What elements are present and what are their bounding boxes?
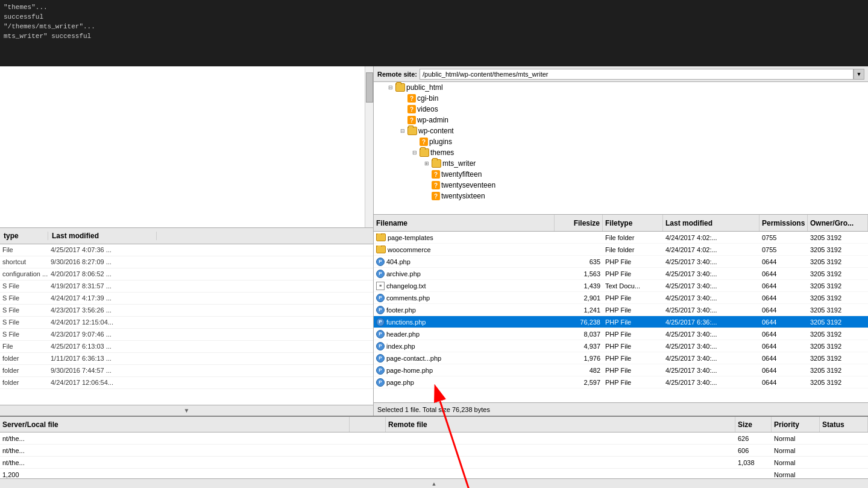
left-type-col: File: [2, 343, 51, 350]
tree-node-wp-admin[interactable]: ?wp-admin: [374, 115, 868, 125]
col-owner[interactable]: Owner/Gro...: [808, 215, 868, 231]
php-file-icon: P: [376, 270, 385, 278]
file-lastmod-cell: 4/25/2017 3:40:...: [663, 331, 760, 338]
remote-site-path-input[interactable]: [420, 69, 854, 80]
file-type-cell: File folder: [603, 246, 663, 253]
file-type-cell: PHP File: [603, 331, 663, 338]
left-file-row[interactable]: configuration ...4/20/2017 8:06:52 ...: [0, 268, 373, 280]
left-file-row[interactable]: S File4/19/2017 8:31:57 ...: [0, 280, 373, 293]
tree-node-label: twentyfifteen: [441, 170, 482, 179]
tree-node-videos[interactable]: ?videos: [374, 104, 868, 115]
tree-node-twentyfifteen[interactable]: ?twentyfifteen: [374, 169, 868, 180]
file-name-cell: Ppage.php: [374, 378, 555, 387]
right-file-row[interactable]: woocommerceFile folder4/24/2017 4:02:...…: [374, 244, 868, 256]
left-file-row[interactable]: S File4/23/2017 9:07:46 ...: [0, 329, 373, 341]
right-file-area: page-templatesFile folder4/24/2017 4:02:…: [374, 232, 868, 416]
right-file-row[interactable]: Pheader.php8,037PHP File4/25/2017 3:40:.…: [374, 328, 868, 340]
right-file-row[interactable]: Ppage.php2,597PHP File4/25/2017 3:40:...…: [374, 376, 868, 388]
tree-node-twentysixteen[interactable]: ?twentysixteen: [374, 191, 868, 201]
file-name-label: page.php: [386, 379, 414, 386]
left-file-row[interactable]: S File4/23/2017 3:56:26 ...: [0, 305, 373, 317]
left-file-row[interactable]: folder9/30/2016 7:44:57 ...: [0, 365, 373, 377]
left-type-col: S File: [2, 294, 51, 302]
left-file-row[interactable]: shortcut9/30/2016 8:27:09 ...: [0, 256, 373, 268]
queue-size-val: 606: [735, 447, 772, 454]
col-perms[interactable]: Permissions: [760, 215, 808, 231]
file-type-cell: PHP File: [603, 343, 663, 350]
left-col-lastmod[interactable]: Last modified: [48, 232, 157, 240]
col-filesize[interactable]: Filesize: [555, 215, 603, 231]
right-file-row[interactable]: Ppage-home.php482PHP File4/25/2017 3:40:…: [374, 364, 868, 376]
file-perms-cell: 0644: [760, 270, 808, 277]
left-type-col: folder: [2, 367, 51, 374]
queue-local-val: nt/the...: [0, 459, 350, 466]
file-owner-cell: 3205 3192: [808, 246, 868, 253]
queue-col-priority: Priority: [772, 417, 820, 432]
col-lastmod[interactable]: Last modified: [663, 215, 760, 231]
left-file-row[interactable]: S File4/24/2017 12:15:04...: [0, 317, 373, 329]
tree-expand-icon[interactable]: ⊟: [386, 83, 395, 92]
tree-node-public_html[interactable]: ⊟public_html: [374, 82, 868, 93]
queue-col-server: Server/Local file: [0, 417, 350, 432]
tree-expand-icon[interactable]: ⊞: [422, 159, 432, 168]
left-file-row[interactable]: File4/25/2017 4:07:36 ...: [0, 244, 373, 256]
app-container: "themes"... successful "/themes/mts_writ…: [0, 0, 868, 488]
tree-node-cgi-bin[interactable]: ?cgi-bin: [374, 93, 868, 104]
file-size-cell: 2,597: [555, 379, 603, 386]
file-name-cell: Pfooter.php: [374, 306, 555, 314]
tree-node-plugins[interactable]: ?plugins: [374, 136, 868, 147]
right-file-row[interactable]: page-templatesFile folder4/24/2017 4:02:…: [374, 232, 868, 244]
right-status-bar: Selected 1 file. Total size 76,238 bytes: [374, 402, 868, 416]
file-type-cell: PHP File: [603, 294, 663, 302]
left-file-row[interactable]: folder1/11/2017 6:36:13 ...: [0, 353, 373, 365]
log-line-4: mts_writer" successful: [4, 31, 864, 41]
queue-row[interactable]: nt/the...1,038Normal: [0, 457, 868, 469]
right-file-row[interactable]: P404.php635PHP File4/25/2017 3:40:...064…: [374, 256, 868, 268]
question-icon: ?: [420, 138, 428, 146]
log-area: "themes"... successful "/themes/mts_writ…: [0, 0, 868, 66]
left-date-col: 4/19/2017 8:31:57 ...: [51, 282, 159, 290]
right-file-row[interactable]: Parchive.php1,563PHP File4/25/2017 3:40:…: [374, 268, 868, 280]
tree-expand-icon[interactable]: ⊟: [398, 126, 407, 136]
left-scrollbar-thumb[interactable]: [366, 72, 373, 103]
left-col-type[interactable]: type: [0, 232, 48, 240]
right-file-row[interactable]: ≡changelog.txt1,439Text Docu...4/25/2017…: [374, 280, 868, 292]
left-file-row[interactable]: File4/25/2017 6:13:03 ...: [0, 341, 373, 353]
queue-local-val: 1,200: [0, 471, 350, 478]
tree-node-wp-content[interactable]: ⊟wp-content: [374, 125, 868, 136]
left-date-col: 9/30/2016 8:27:09 ...: [51, 258, 159, 265]
right-file-row[interactable]: Ppage-contact...php1,976PHP File4/25/201…: [374, 352, 868, 364]
left-type-col: configuration ...: [2, 270, 51, 277]
file-name-label: archive.php: [386, 270, 421, 277]
right-file-row[interactable]: Pindex.php4,937PHP File4/25/2017 3:40:..…: [374, 340, 868, 352]
right-file-row[interactable]: Pcomments.php2,901PHP File4/25/2017 3:40…: [374, 292, 868, 304]
file-perms-cell: 0644: [760, 331, 808, 338]
right-file-row[interactable]: Pfooter.php1,241PHP File4/25/2017 3:40:.…: [374, 304, 868, 316]
col-filetype[interactable]: Filetype: [603, 215, 663, 231]
folder-icon: [376, 233, 386, 241]
col-filename[interactable]: Filename: [374, 215, 555, 231]
remote-site-dropdown[interactable]: ▼: [854, 69, 864, 80]
file-name-label: 404.php: [386, 258, 410, 265]
file-type-cell: File folder: [603, 234, 663, 241]
question-icon: ?: [407, 116, 416, 124]
file-name-cell: P404.php: [374, 258, 555, 266]
tree-node-mts_writer[interactable]: ⊞mts_writer: [374, 158, 868, 169]
file-lastmod-cell: 4/25/2017 6:36:...: [663, 318, 760, 326]
left-file-row[interactable]: folder4/24/2017 12:06:54...: [0, 377, 373, 389]
tree-expand-icon[interactable]: ⊟: [410, 148, 420, 157]
browser-and-queue: type Last modified File4/25/2017 4:07:36…: [0, 66, 868, 488]
left-type-col: S File: [2, 318, 51, 326]
right-file-row[interactable]: Pfunctions.php76,238PHP File4/25/2017 6:…: [374, 316, 868, 328]
queue-row[interactable]: nt/the...626Normal: [0, 433, 868, 445]
queue-row[interactable]: nt/the...606Normal: [0, 445, 868, 457]
file-owner-cell: 3205 3192: [808, 234, 868, 241]
left-scroll-down[interactable]: ▼: [0, 405, 373, 416]
left-scrollbar[interactable]: [365, 66, 373, 227]
left-date-col: 4/23/2017 9:07:46 ...: [51, 331, 159, 338]
file-name-cell: Pindex.php: [374, 342, 555, 350]
left-file-row[interactable]: S File4/24/2017 4:17:39 ...: [0, 293, 373, 305]
tree-node-themes[interactable]: ⊟themes: [374, 147, 868, 158]
tree-node-twentyseventeen[interactable]: ?twentyseventeen: [374, 180, 868, 191]
queue-col-size: Size: [735, 417, 772, 432]
